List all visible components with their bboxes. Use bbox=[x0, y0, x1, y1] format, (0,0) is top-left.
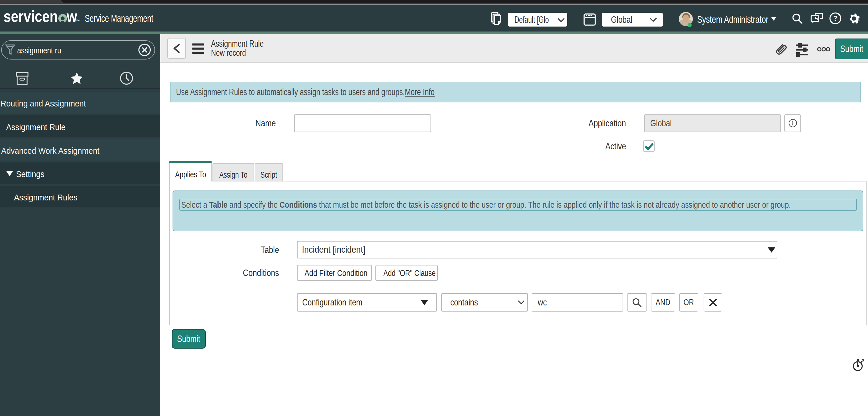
svg-text:?: ? bbox=[833, 14, 838, 22]
